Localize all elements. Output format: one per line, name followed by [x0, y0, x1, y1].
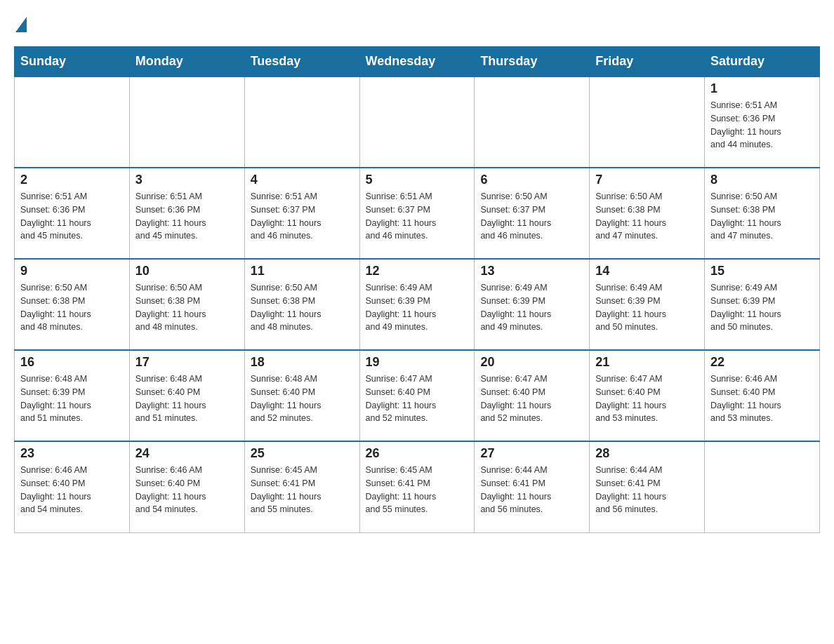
day-info: Sunrise: 6:50 AMSunset: 6:37 PMDaylight:… [480, 190, 583, 243]
calendar-body: 1Sunrise: 6:51 AMSunset: 6:36 PMDaylight… [15, 76, 820, 532]
day-number: 25 [251, 446, 354, 461]
calendar-cell: 23Sunrise: 6:46 AMSunset: 6:40 PMDayligh… [15, 441, 130, 532]
calendar-week-row: 23Sunrise: 6:46 AMSunset: 6:40 PMDayligh… [15, 441, 820, 532]
calendar-cell: 9Sunrise: 6:50 AMSunset: 6:38 PMDaylight… [15, 259, 130, 350]
calendar-cell: 21Sunrise: 6:47 AMSunset: 6:40 PMDayligh… [590, 350, 705, 441]
day-info: Sunrise: 6:46 AMSunset: 6:40 PMDaylight:… [135, 464, 239, 516]
calendar-cell: 13Sunrise: 6:49 AMSunset: 6:39 PMDayligh… [475, 259, 590, 350]
calendar-cell [705, 441, 820, 532]
day-number: 3 [135, 173, 239, 187]
day-number: 19 [366, 355, 469, 370]
day-info: Sunrise: 6:47 AMSunset: 6:40 PMDaylight:… [366, 373, 469, 425]
day-info: Sunrise: 6:50 AMSunset: 6:38 PMDaylight:… [135, 281, 239, 334]
calendar-cell: 20Sunrise: 6:47 AMSunset: 6:40 PMDayligh… [475, 350, 590, 441]
day-info: Sunrise: 6:48 AMSunset: 6:39 PMDaylight:… [20, 373, 124, 425]
calendar-header: SundayMondayTuesdayWednesdayThursdayFrid… [15, 47, 820, 77]
calendar-week-row: 16Sunrise: 6:48 AMSunset: 6:39 PMDayligh… [15, 350, 820, 441]
calendar-cell [590, 76, 705, 168]
day-info: Sunrise: 6:51 AMSunset: 6:37 PMDaylight:… [366, 190, 469, 243]
day-number: 1 [710, 81, 814, 96]
day-info: Sunrise: 6:51 AMSunset: 6:36 PMDaylight:… [135, 190, 239, 243]
day-info: Sunrise: 6:45 AMSunset: 6:41 PMDaylight:… [251, 464, 354, 516]
day-info: Sunrise: 6:51 AMSunset: 6:36 PMDaylight:… [20, 190, 124, 243]
calendar-week-row: 1Sunrise: 6:51 AMSunset: 6:36 PMDaylight… [15, 76, 820, 168]
calendar-week-row: 2Sunrise: 6:51 AMSunset: 6:36 PMDaylight… [15, 168, 820, 259]
day-info: Sunrise: 6:49 AMSunset: 6:39 PMDaylight:… [710, 281, 814, 334]
day-number: 8 [710, 173, 814, 187]
calendar-cell: 24Sunrise: 6:46 AMSunset: 6:40 PMDayligh… [129, 441, 244, 532]
calendar-week-row: 9Sunrise: 6:50 AMSunset: 6:38 PMDaylight… [15, 259, 820, 350]
day-of-week-header: Friday [590, 47, 705, 77]
days-of-week-row: SundayMondayTuesdayWednesdayThursdayFrid… [15, 47, 820, 77]
day-number: 2 [20, 173, 124, 187]
day-number: 26 [366, 446, 469, 461]
day-info: Sunrise: 6:46 AMSunset: 6:40 PMDaylight:… [20, 464, 124, 516]
day-number: 21 [595, 355, 699, 370]
day-of-week-header: Wednesday [359, 47, 475, 77]
day-info: Sunrise: 6:50 AMSunset: 6:38 PMDaylight:… [710, 190, 814, 243]
day-info: Sunrise: 6:48 AMSunset: 6:40 PMDaylight:… [251, 373, 354, 425]
day-number: 23 [20, 446, 124, 461]
calendar-cell: 27Sunrise: 6:44 AMSunset: 6:41 PMDayligh… [475, 441, 590, 532]
day-info: Sunrise: 6:47 AMSunset: 6:40 PMDaylight:… [480, 373, 583, 425]
day-of-week-header: Sunday [15, 47, 130, 77]
day-info: Sunrise: 6:49 AMSunset: 6:39 PMDaylight:… [595, 281, 699, 334]
calendar-cell [15, 76, 130, 168]
day-info: Sunrise: 6:44 AMSunset: 6:41 PMDaylight:… [595, 464, 699, 516]
calendar-cell: 3Sunrise: 6:51 AMSunset: 6:36 PMDaylight… [129, 168, 244, 259]
day-number: 7 [595, 173, 699, 187]
day-number: 11 [251, 264, 354, 279]
day-number: 10 [135, 264, 239, 279]
day-number: 17 [135, 355, 239, 370]
calendar-cell [359, 76, 475, 168]
calendar-cell: 8Sunrise: 6:50 AMSunset: 6:38 PMDaylight… [705, 168, 820, 259]
calendar-cell: 10Sunrise: 6:50 AMSunset: 6:38 PMDayligh… [129, 259, 244, 350]
day-number: 15 [710, 264, 814, 279]
day-info: Sunrise: 6:50 AMSunset: 6:38 PMDaylight:… [251, 281, 354, 334]
calendar-cell: 17Sunrise: 6:48 AMSunset: 6:40 PMDayligh… [129, 350, 244, 441]
calendar-cell: 4Sunrise: 6:51 AMSunset: 6:37 PMDaylight… [244, 168, 359, 259]
calendar-cell: 26Sunrise: 6:45 AMSunset: 6:41 PMDayligh… [359, 441, 475, 532]
day-number: 16 [20, 355, 124, 370]
day-number: 27 [480, 446, 583, 461]
calendar-table: SundayMondayTuesdayWednesdayThursdayFrid… [14, 46, 820, 533]
page-header [14, 14, 820, 32]
day-info: Sunrise: 6:50 AMSunset: 6:38 PMDaylight:… [595, 190, 699, 243]
day-of-week-header: Saturday [705, 47, 820, 77]
calendar-cell: 12Sunrise: 6:49 AMSunset: 6:39 PMDayligh… [359, 259, 475, 350]
calendar-cell: 18Sunrise: 6:48 AMSunset: 6:40 PMDayligh… [244, 350, 359, 441]
day-info: Sunrise: 6:45 AMSunset: 6:41 PMDaylight:… [366, 464, 469, 516]
logo [14, 14, 27, 32]
calendar-cell [129, 76, 244, 168]
day-info: Sunrise: 6:46 AMSunset: 6:40 PMDaylight:… [710, 373, 814, 425]
day-info: Sunrise: 6:49 AMSunset: 6:39 PMDaylight:… [480, 281, 583, 334]
calendar-cell: 5Sunrise: 6:51 AMSunset: 6:37 PMDaylight… [359, 168, 475, 259]
day-info: Sunrise: 6:47 AMSunset: 6:40 PMDaylight:… [595, 373, 699, 425]
day-info: Sunrise: 6:48 AMSunset: 6:40 PMDaylight:… [135, 373, 239, 425]
day-number: 13 [480, 264, 583, 279]
day-info: Sunrise: 6:50 AMSunset: 6:38 PMDaylight:… [20, 281, 124, 334]
day-number: 9 [20, 264, 124, 279]
day-number: 28 [595, 446, 699, 461]
calendar-cell: 25Sunrise: 6:45 AMSunset: 6:41 PMDayligh… [244, 441, 359, 532]
day-info: Sunrise: 6:44 AMSunset: 6:41 PMDaylight:… [480, 464, 583, 516]
logo-triangle-icon [15, 17, 27, 32]
day-number: 24 [135, 446, 239, 461]
day-of-week-header: Thursday [475, 47, 590, 77]
calendar-cell: 2Sunrise: 6:51 AMSunset: 6:36 PMDaylight… [15, 168, 130, 259]
calendar-cell: 14Sunrise: 6:49 AMSunset: 6:39 PMDayligh… [590, 259, 705, 350]
calendar-cell: 11Sunrise: 6:50 AMSunset: 6:38 PMDayligh… [244, 259, 359, 350]
calendar-cell [475, 76, 590, 168]
calendar-cell: 22Sunrise: 6:46 AMSunset: 6:40 PMDayligh… [705, 350, 820, 441]
calendar-cell: 1Sunrise: 6:51 AMSunset: 6:36 PMDaylight… [705, 76, 820, 168]
day-number: 12 [366, 264, 469, 279]
day-number: 4 [251, 173, 354, 187]
day-of-week-header: Tuesday [244, 47, 359, 77]
calendar-cell: 16Sunrise: 6:48 AMSunset: 6:39 PMDayligh… [15, 350, 130, 441]
day-info: Sunrise: 6:49 AMSunset: 6:39 PMDaylight:… [366, 281, 469, 334]
day-number: 14 [595, 264, 699, 279]
day-number: 6 [480, 173, 583, 187]
day-number: 22 [710, 355, 814, 370]
calendar-cell: 6Sunrise: 6:50 AMSunset: 6:37 PMDaylight… [475, 168, 590, 259]
day-number: 5 [366, 173, 469, 187]
